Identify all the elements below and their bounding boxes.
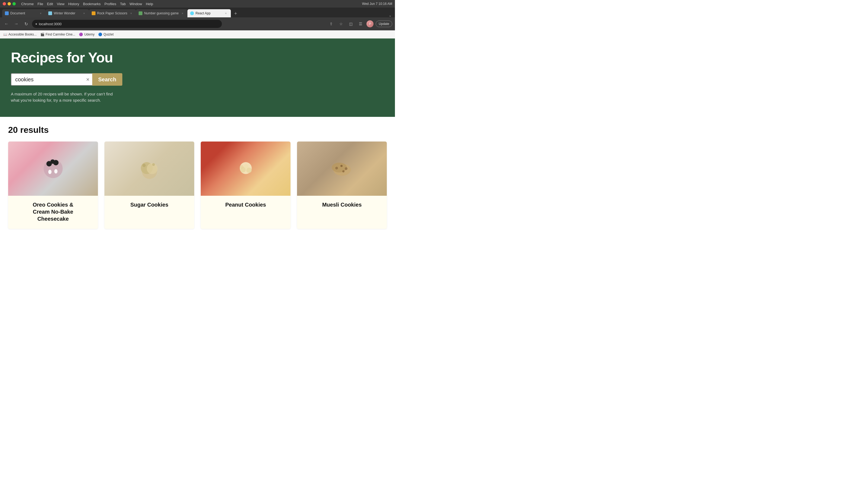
datetime-display: Wed Jun 7 10:16 AM xyxy=(362,2,392,6)
recipe-image-2 xyxy=(201,141,290,196)
svg-point-10 xyxy=(152,163,155,166)
tab-reactapp[interactable]: React App × xyxy=(187,9,231,18)
bookmark-quizlet[interactable]: 🔵 Quizlet xyxy=(98,33,113,36)
recipe-image-0 xyxy=(8,141,98,196)
tab-favicon-document xyxy=(5,11,9,15)
addressbar-actions: ⇧ ☆ ◫ ☰ P Update xyxy=(328,20,392,28)
address-bar: ← → ↻ ● localhost:3000 ⇧ ☆ ◫ ☰ P Update xyxy=(0,18,395,30)
url-display: localhost:3000 xyxy=(39,22,62,26)
page-title: Recipes for You xyxy=(11,50,384,66)
tab-close-rps[interactable]: × xyxy=(129,11,133,15)
tab-label-rps: Rock Paper Scissors xyxy=(97,11,127,15)
search-clear-icon[interactable]: ✕ xyxy=(86,77,90,82)
maximize-button[interactable] xyxy=(12,2,16,5)
svg-point-9 xyxy=(143,164,146,167)
svg-point-5 xyxy=(54,169,58,173)
menu-edit[interactable]: Edit xyxy=(47,2,53,6)
recipe-image-3 xyxy=(297,141,387,196)
tab-rps[interactable]: Rock Paper Scissors × xyxy=(89,9,136,18)
tab-favicon-reactapp xyxy=(190,11,194,15)
bookmark-udemy[interactable]: 🟣 Udemy xyxy=(79,33,94,36)
menu-chrome[interactable]: Chrome xyxy=(21,2,34,6)
recipe-title-3: Muesli Cookies xyxy=(297,196,387,215)
search-row: ✕ Search xyxy=(11,73,384,86)
hero-section: Recipes for You ✕ Search A maximum of 20… xyxy=(0,38,395,117)
bookmark-udemy-icon: 🟣 xyxy=(79,33,83,36)
menu-file[interactable]: File xyxy=(37,2,43,6)
recipe-image-1 xyxy=(104,141,194,196)
back-button[interactable]: ← xyxy=(3,20,10,28)
close-button[interactable] xyxy=(3,2,6,5)
update-button[interactable]: Update xyxy=(376,21,392,27)
bookmark-carmike-label: Find Carmike Cine... xyxy=(45,33,75,36)
menu-tab[interactable]: Tab xyxy=(120,2,126,6)
address-box[interactable]: ● localhost:3000 xyxy=(32,20,222,28)
tab-label-numguess: Number guessing game xyxy=(144,11,179,15)
menu-profiles[interactable]: Profiles xyxy=(104,2,116,6)
svg-point-20 xyxy=(345,167,347,170)
hero-subtitle: A maximum of 20 recipes will be shown. I… xyxy=(11,91,114,103)
recipe-title-0: Oreo Cookies &Cream No-BakeCheesecake xyxy=(8,196,98,229)
forward-button[interactable]: → xyxy=(12,20,20,28)
extensions-icon[interactable]: ◫ xyxy=(347,20,354,28)
tab-close-winter[interactable]: × xyxy=(82,11,86,15)
bookmark-carmike-icon: 🎬 xyxy=(40,33,44,36)
tab-close-reactapp[interactable]: × xyxy=(224,11,228,15)
recipe-title-2: Peanut Cookies xyxy=(201,196,290,215)
tab-overflow-button[interactable]: ⌄ xyxy=(388,13,393,18)
lock-icon: ● xyxy=(35,22,37,26)
recipes-grid: Oreo Cookies &Cream No-BakeCheesecake Su… xyxy=(8,141,387,229)
titlebar-right: Wed Jun 7 10:16 AM xyxy=(362,2,392,6)
recipe-card-3[interactable]: Muesli Cookies xyxy=(297,141,387,229)
tab-document[interactable]: Document × xyxy=(2,9,45,18)
tab-favicon-rps xyxy=(92,11,95,15)
bookmark-accessible-icon: 📖 xyxy=(3,33,7,36)
reload-button[interactable]: ↻ xyxy=(22,20,30,28)
search-input[interactable] xyxy=(11,73,92,86)
traffic-lights xyxy=(3,2,16,5)
share-icon[interactable]: ⇧ xyxy=(328,20,335,28)
bookmark-quizlet-label: Quizlet xyxy=(103,33,113,36)
profile-avatar[interactable]: P xyxy=(367,20,373,27)
tab-favicon-numguess xyxy=(138,11,143,15)
bookmark-udemy-label: Udemy xyxy=(84,33,94,36)
menu-help[interactable]: Help xyxy=(146,2,153,6)
bookmark-accessible[interactable]: 📖 Accessible Books... xyxy=(3,33,37,36)
new-tab-button[interactable]: + xyxy=(232,10,240,18)
menu-bookmarks[interactable]: Bookmarks xyxy=(83,2,101,6)
search-button[interactable]: Search xyxy=(92,73,122,86)
svg-point-4 xyxy=(48,170,52,174)
minimize-button[interactable] xyxy=(8,2,11,5)
tab-numguess[interactable]: Number guessing game × xyxy=(136,9,187,18)
tab-label-winter: Winter Wonder xyxy=(54,11,80,15)
tab-close-document[interactable]: × xyxy=(38,11,43,15)
recipe-card-0[interactable]: Oreo Cookies &Cream No-BakeCheesecake xyxy=(8,141,98,229)
menu-view[interactable]: View xyxy=(57,2,65,6)
bookmark-quizlet-icon: 🔵 xyxy=(98,33,102,36)
menu-bar: Chrome File Edit View History Bookmarks … xyxy=(21,2,153,6)
svg-point-18 xyxy=(335,167,338,169)
tab-bar: Document × Winter Wonder × Rock Paper Sc… xyxy=(0,8,395,18)
svg-point-14 xyxy=(244,164,248,169)
tab-label-document: Document xyxy=(10,11,37,15)
svg-point-8 xyxy=(147,163,158,174)
results-section: 20 results Oreo Cookies &Cream No-BakeCh… xyxy=(0,117,395,240)
svg-point-15 xyxy=(240,165,244,169)
star-icon[interactable]: ☆ xyxy=(337,20,345,28)
recipe-title-1: Sugar Cookies xyxy=(104,196,194,215)
bookmark-accessible-label: Accessible Books... xyxy=(8,33,37,36)
tab-winter[interactable]: Winter Wonder × xyxy=(45,9,89,18)
recipe-card-1[interactable]: Sugar Cookies xyxy=(104,141,194,229)
svg-point-3 xyxy=(51,159,55,164)
bookmarks-bar: 📖 Accessible Books... 🎬 Find Carmike Cin… xyxy=(0,30,395,38)
tab-label-reactapp: React App xyxy=(195,11,222,15)
titlebar: Chrome File Edit View History Bookmarks … xyxy=(0,0,395,8)
menu-window[interactable]: Window xyxy=(129,2,142,6)
svg-point-19 xyxy=(340,165,343,167)
menu-history[interactable]: History xyxy=(68,2,79,6)
svg-point-21 xyxy=(342,170,344,172)
sidebar-toggle-icon[interactable]: ☰ xyxy=(357,20,364,28)
recipe-card-2[interactable]: Peanut Cookies xyxy=(201,141,290,229)
bookmark-carmike[interactable]: 🎬 Find Carmike Cine... xyxy=(40,33,75,36)
tab-close-numguess[interactable]: × xyxy=(180,11,185,15)
